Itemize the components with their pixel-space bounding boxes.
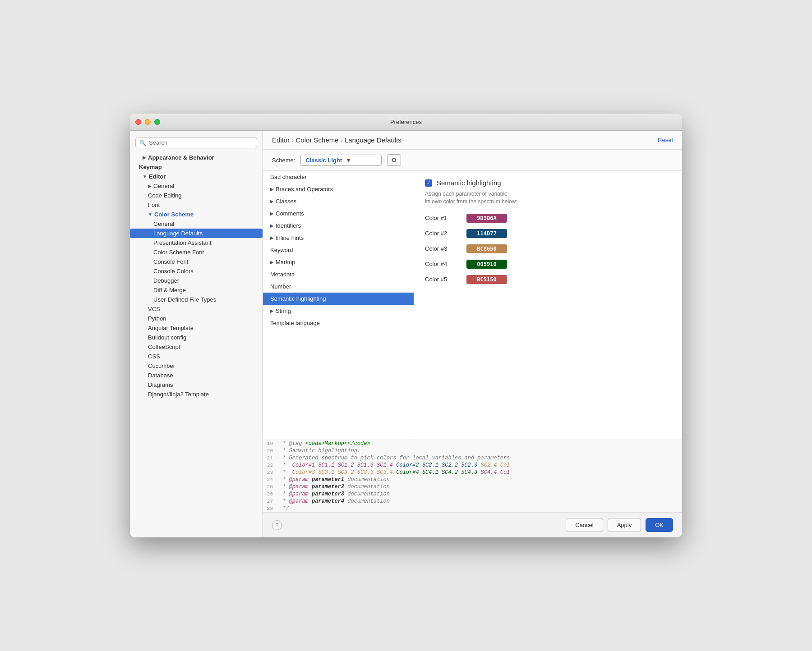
chevron-right-icon: ▶ — [270, 187, 274, 192]
close-button[interactable] — [135, 119, 141, 125]
sidebar-item-console-colors[interactable]: Console Colors — [130, 266, 263, 276]
semantic-header: ✓ Semantic highlighting — [425, 179, 671, 187]
sidebar-item-vcs[interactable]: VCS — [130, 304, 263, 314]
help-icon: ? — [276, 522, 279, 528]
list-item-comments[interactable]: ▶ Comments — [263, 207, 414, 220]
scheme-dropdown[interactable]: Classic Light ▼ — [300, 155, 382, 166]
sidebar-item-cs-font[interactable]: Color Scheme Font — [130, 248, 263, 257]
list-item-markup[interactable]: ▶ Markup — [263, 256, 414, 268]
list-item-bad-char[interactable]: Bad character — [263, 171, 414, 183]
color-swatch-2[interactable]: 114D77 — [466, 229, 507, 238]
minimize-button[interactable] — [145, 119, 151, 125]
sidebar-item-code-editing[interactable]: Code Editing — [130, 191, 263, 200]
reset-button[interactable]: Reset — [658, 137, 673, 143]
code-line-25: 25 * @param parameter2 documentation — [263, 483, 682, 491]
line-number: 26 — [263, 491, 279, 497]
sidebar-item-coffeescript[interactable]: CoffeeScript — [130, 342, 263, 352]
apply-button[interactable]: Apply — [608, 518, 641, 532]
sidebar-item-python[interactable]: Python — [130, 314, 263, 323]
color-swatch-3[interactable]: BC8650 — [466, 244, 507, 253]
sidebar-item-editor[interactable]: ▼ Editor — [130, 172, 263, 181]
breadcrumb: Editor › Color Scheme › Language Default… — [272, 136, 401, 144]
sidebar-item-user-defined[interactable]: User-Defined File Types — [130, 295, 263, 304]
chevron-right-icon: ▶ — [270, 199, 274, 204]
color-row-5: Color #5 BC5150 — [425, 275, 671, 284]
list-item-label: Inline hints — [276, 234, 304, 241]
line-number: 27 — [263, 499, 279, 504]
preferences-window: Preferences 🔍 ▶ Appearance & Behavior Ke… — [130, 114, 682, 537]
search-input[interactable] — [149, 139, 253, 146]
sidebar-item-diff-merge[interactable]: Diff & Merge — [130, 285, 263, 295]
code-content: * @param parameter4 documentation — [279, 498, 390, 504]
sidebar-item-keymap[interactable]: Keymap — [130, 162, 263, 172]
list-item-label: Braces and Operators — [276, 186, 333, 193]
list-item-label: Template language — [270, 320, 320, 326]
sidebar-item-console-font[interactable]: Console Font — [130, 257, 263, 266]
sidebar-item-appearance[interactable]: ▶ Appearance & Behavior — [130, 153, 263, 162]
sidebar-item-css[interactable]: CSS — [130, 352, 263, 361]
color-row-1: Color #1 9B3B6A — [425, 214, 671, 223]
ok-button[interactable]: OK — [646, 518, 673, 532]
maximize-button[interactable] — [154, 119, 160, 125]
list-item-template-lang[interactable]: Template language — [263, 317, 414, 329]
list-item-number[interactable]: Number — [263, 280, 414, 293]
scheme-settings-button[interactable]: ⚙ — [387, 154, 401, 166]
list-item-string[interactable]: ▶ String — [263, 305, 414, 317]
sidebar-item-diagrams[interactable]: Diagrams — [130, 380, 263, 390]
sidebar-item-lang-defaults[interactable]: Language Defaults — [130, 229, 263, 238]
list-item-label: Comments — [276, 210, 304, 217]
code-line-28: 28 */ — [263, 505, 682, 512]
list-item-braces[interactable]: ▶ Braces and Operators — [263, 183, 414, 195]
chevron-right-icon: ▶ — [270, 308, 274, 313]
main-content: 🔍 ▶ Appearance & Behavior Keymap ▼ Edito… — [130, 131, 682, 537]
color-label-4: Color #4 — [425, 261, 461, 267]
sidebar-item-buildout[interactable]: Buildout config — [130, 333, 263, 342]
list-item-inline-hints[interactable]: ▶ Inline hints — [263, 232, 414, 244]
list-item-keyword[interactable]: Keyword — [263, 244, 414, 256]
sidebar-item-debugger[interactable]: Debugger — [130, 276, 263, 285]
semantic-desc: Assign each parameter or variableits own… — [425, 190, 671, 206]
code-content: * Color#3 SC3.1 SC3.2 SC3.3 SC3.4 Color#… — [279, 469, 510, 476]
sidebar-item-general[interactable]: ▶ General — [130, 181, 263, 191]
code-line-26: 26 * @param parameter3 documentation — [263, 491, 682, 498]
search-icon: 🔍 — [139, 140, 146, 146]
list-item-label: Number — [270, 283, 291, 290]
window-controls — [135, 119, 160, 125]
sidebar-item-angular[interactable]: Angular Template — [130, 323, 263, 333]
list-item-semantic[interactable]: Semantic highlighting — [263, 293, 414, 305]
semantic-title: Semantic highlighting — [437, 179, 501, 187]
cancel-button[interactable]: Cancel — [566, 518, 603, 532]
help-button[interactable]: ? — [272, 520, 282, 530]
sidebar-item-font[interactable]: Font — [130, 200, 263, 210]
chevron-right-icon: ▶ — [270, 260, 274, 265]
code-line-24: 24 * @param parameter1 documentation — [263, 476, 682, 483]
color-row-4: Color #4 005910 — [425, 260, 671, 269]
sidebar-item-color-scheme[interactable]: ▼ Color Scheme — [130, 210, 263, 219]
color-swatch-4[interactable]: 005910 — [466, 260, 507, 269]
color-swatch-1[interactable]: 9B3B6A — [466, 214, 507, 223]
line-number: 20 — [263, 448, 279, 454]
code-line-21: 21 * Generated spectrum to pick colors f… — [263, 454, 682, 462]
sidebar-item-pres-assistant[interactable]: Presentation Assistant — [130, 238, 263, 248]
color-label-1: Color #1 — [425, 215, 461, 221]
sidebar-item-cucumber[interactable]: Cucumber — [130, 361, 263, 371]
semantic-checkbox[interactable]: ✓ — [425, 179, 432, 187]
main-panel: Editor › Color Scheme › Language Default… — [263, 131, 682, 537]
code-content: * @tag <code>Markup<</code> — [279, 440, 370, 447]
sidebar-item-cs-general[interactable]: General — [130, 219, 263, 229]
color-label-2: Color #2 — [425, 230, 461, 237]
items-list: Bad character ▶ Braces and Operators ▶ C… — [263, 171, 414, 440]
list-item-metadata[interactable]: Metadata — [263, 268, 414, 280]
chevron-right-icon: ▶ — [270, 235, 274, 240]
list-item-classes[interactable]: ▶ Classes — [263, 195, 414, 207]
line-number: 28 — [263, 506, 279, 511]
sidebar-item-database[interactable]: Database — [130, 371, 263, 380]
chevron-right-icon: ▶ — [148, 183, 152, 188]
color-label-3: Color #3 — [425, 245, 461, 252]
list-item-identifiers[interactable]: ▶ Identifiers — [263, 220, 414, 232]
code-content: * @param parameter3 documentation — [279, 491, 390, 497]
line-number: 19 — [263, 441, 279, 446]
color-swatch-5[interactable]: BC5150 — [466, 275, 507, 284]
sidebar-item-django[interactable]: Django/Jinja2 Template — [130, 390, 263, 399]
main-header: Editor › Color Scheme › Language Default… — [263, 131, 682, 150]
